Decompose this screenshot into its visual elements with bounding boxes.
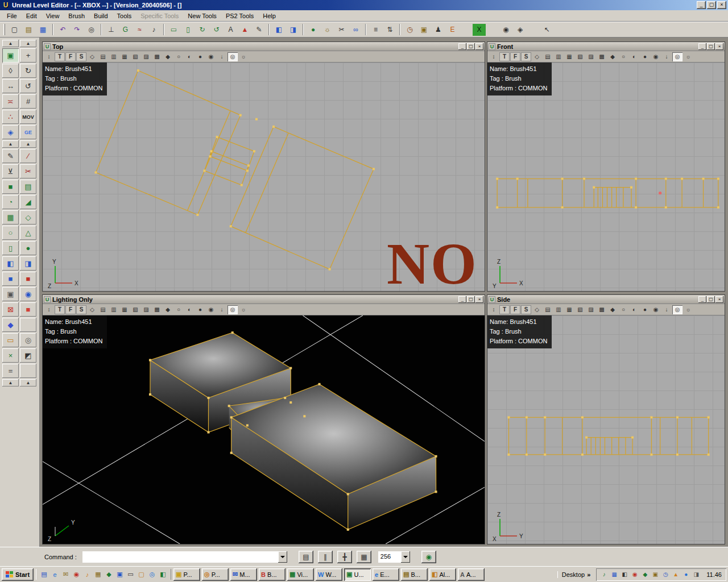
alignment-sliders-button[interactable]: ≡ (369, 24, 382, 36)
csg-add-button[interactable]: ■ (2, 272, 19, 286)
ql-msn-icon[interactable]: ◆ (104, 569, 114, 580)
realtime-eye-icon[interactable]: ◉ (206, 52, 216, 61)
panel-left-button[interactable]: ◧ (272, 24, 286, 36)
player-start-button[interactable]: ♟ (432, 24, 445, 36)
cylinder-brush-tool[interactable]: ○ (2, 226, 19, 240)
task-button-w[interactable]: WW... (316, 568, 342, 581)
flags-button[interactable]: F (510, 52, 520, 61)
joystick-icon[interactable]: ↕ (489, 305, 499, 314)
toolbox-scroll-up-right[interactable]: ▲ (20, 40, 36, 47)
texture-usage-button[interactable]: T (55, 52, 65, 61)
lamp-tool-button[interactable]: ☼ (321, 24, 334, 36)
viewport-minimize-button[interactable]: _ (698, 43, 706, 50)
tray-update-icon[interactable]: ● (681, 570, 690, 579)
tray-volume-icon[interactable]: ♪ (599, 570, 609, 579)
toolbox-scroll-up-left-2[interactable]: ▲ (2, 140, 19, 148)
wireframe-mode-icon[interactable]: ▧ (575, 305, 585, 314)
wireframe-mode-icon[interactable]: ▧ (130, 305, 140, 314)
viewport-restore-button[interactable]: ▢ (467, 43, 475, 50)
task-button-e[interactable]: eE... (373, 568, 399, 581)
sphere-brush-tool[interactable]: ● (20, 241, 36, 255)
timer-button[interactable]: ◷ (403, 24, 416, 36)
menu-edit[interactable]: Edit (22, 11, 42, 21)
font-tool-button[interactable]: A (224, 24, 237, 36)
rotation-grid-button[interactable]: ◉ (421, 551, 436, 563)
task-button-al[interactable]: ◧Al... (429, 568, 456, 581)
grid-size-dropdown-button[interactable] (401, 551, 410, 563)
zone-portal-mode-icon[interactable]: ▨ (141, 52, 151, 61)
ge-mode[interactable]: GE (20, 125, 36, 139)
window-close-button[interactable]: × (717, 1, 726, 9)
draw-poly-tool[interactable]: ∕ (20, 149, 36, 163)
search-actors-button[interactable]: ◎ (85, 24, 98, 36)
viewport-top-canvas[interactable]: Name: Brush451 Tag : Brush Platform : CO… (43, 63, 485, 291)
side-view-icon[interactable]: ▦ (119, 52, 130, 61)
side-view-icon[interactable]: ▦ (564, 52, 574, 61)
zone-portal-mode-icon[interactable]: ▨ (141, 305, 151, 314)
maximize-viewport-button[interactable]: ╋ (337, 551, 352, 563)
light-mode-icon[interactable]: ○ (173, 305, 184, 314)
geometry-mode[interactable]: ◈ (2, 125, 19, 139)
task-button-b[interactable]: ▤B... (401, 568, 428, 581)
ql-photoshop-icon[interactable]: ▣ (114, 569, 125, 580)
empty-cell[interactable] (20, 318, 36, 332)
sphere-tool-button[interactable]: ● (307, 24, 320, 36)
depth-complexity-icon[interactable]: ◐ (184, 305, 195, 314)
textured-mode-icon[interactable]: ◆ (607, 305, 618, 314)
task-button-a[interactable]: AA... (458, 568, 485, 581)
find-camera-button[interactable]: ◈ (514, 24, 527, 36)
menu-help[interactable]: Help (258, 11, 280, 21)
draw-line-tool[interactable]: ✎ (2, 149, 19, 163)
panel-right-button[interactable]: ◨ (287, 24, 300, 36)
textured-mode-icon[interactable]: ◆ (163, 305, 173, 314)
viewport-minimize-button[interactable]: _ (458, 296, 466, 303)
align-viewports-tool[interactable]: = (2, 364, 19, 378)
volumetric-brush-tool[interactable]: ▯ (2, 241, 19, 255)
zone-portal-mode-icon[interactable]: ▨ (586, 305, 596, 314)
command-input[interactable] (82, 551, 278, 563)
window-minimize-button[interactable]: _ (697, 1, 706, 9)
link-tool-button[interactable]: ∞ (349, 24, 362, 36)
wedge-brush-tool[interactable]: ◢ (20, 195, 36, 209)
viewport-restore-button[interactable]: ▢ (707, 296, 715, 303)
event-button[interactable]: E (446, 24, 459, 36)
tray-eject-icon[interactable]: ◨ (692, 570, 701, 579)
rotate-ccw-button[interactable]: ↺ (210, 24, 223, 36)
realtime-eye-icon[interactable]: ◉ (651, 305, 661, 314)
texture-align-tool[interactable]: ◧ (2, 256, 19, 271)
viewport-close-button[interactable]: × (715, 296, 723, 303)
ql-ie-icon[interactable]: e (49, 569, 60, 580)
perspective-view-icon[interactable]: ◇ (87, 305, 97, 314)
tray-network-icon[interactable]: ◧ (620, 570, 629, 579)
wireframe-mode-icon[interactable]: ▧ (575, 52, 585, 61)
brush-clip-tool[interactable]: ✂ (20, 164, 36, 178)
toolbox-scroll-down-left[interactable]: ▲ (2, 379, 19, 386)
front-view-icon[interactable]: ▥ (109, 52, 119, 61)
texture-usage-button[interactable]: T (499, 305, 510, 314)
ql-notes-icon[interactable]: ▢ (136, 569, 147, 580)
viewport-restore-button[interactable]: ▢ (707, 43, 715, 50)
side-view-icon[interactable]: ▦ (119, 305, 130, 314)
ql-media-player-icon[interactable]: ◉ (71, 569, 82, 580)
texture-usage-button[interactable]: T (55, 305, 65, 314)
alignment-sliders2-button[interactable]: ⇅ (383, 24, 396, 36)
light-mode-icon[interactable]: ○ (173, 52, 184, 61)
new-map-button[interactable]: ▢ (8, 24, 21, 36)
add-mover-button[interactable]: ◆ (2, 318, 19, 332)
camera-move-mode[interactable]: ▣ (2, 48, 19, 63)
ql-winamp-icon[interactable]: ♪ (82, 569, 93, 580)
front-view-icon[interactable]: ▥ (109, 305, 119, 314)
chevron-icon[interactable]: » (587, 571, 590, 578)
menu-brush[interactable]: Brush (64, 11, 89, 21)
light-mode-icon[interactable]: ○ (618, 52, 628, 61)
menu-file[interactable]: File (2, 11, 22, 21)
delete-tool[interactable]: ◎ (20, 333, 36, 347)
viewport-close-button[interactable]: × (475, 43, 483, 50)
cut-tool-button[interactable]: ✂ (335, 24, 348, 36)
top-view-icon[interactable]: ▤ (543, 52, 553, 61)
pencil-tool-button[interactable]: ✎ (253, 24, 266, 36)
toolbox-scroll-up-left[interactable]: ▲ (2, 40, 19, 47)
polys-mode-icon[interactable]: ▩ (152, 305, 162, 314)
viewport-front-canvas[interactable]: Name: Brush451 Tag : Brush Platform : CO… (487, 63, 725, 291)
menu-new-tools[interactable]: New Tools (183, 11, 221, 21)
